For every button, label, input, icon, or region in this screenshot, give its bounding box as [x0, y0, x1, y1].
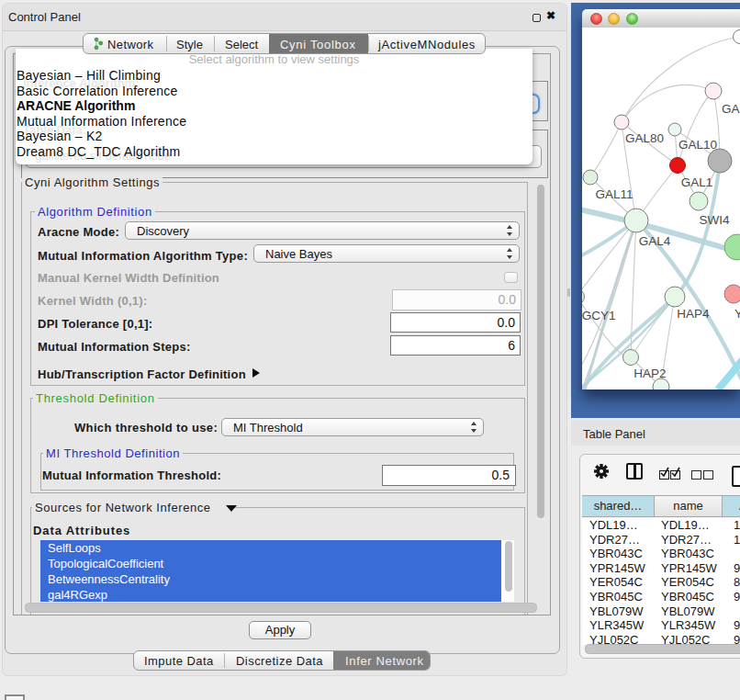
svg-text:GAL1: GAL1 — [681, 175, 713, 189]
svg-text:GAL4: GAL4 — [639, 234, 671, 248]
svg-text:YM: YM — [734, 307, 740, 321]
svg-text:GAL7: GAL7 — [722, 102, 740, 116]
svg-text:HAP2: HAP2 — [633, 367, 666, 380]
svg-text:GAL10: GAL10 — [678, 138, 717, 152]
svg-text:HAP4: HAP4 — [677, 307, 710, 321]
svg-text:GAL11: GAL11 — [595, 187, 633, 201]
svg-text:GAL80: GAL80 — [625, 131, 664, 145]
svg-text:SWI4: SWI4 — [699, 213, 729, 227]
svg-text:GCY1: GCY1 — [582, 309, 615, 322]
